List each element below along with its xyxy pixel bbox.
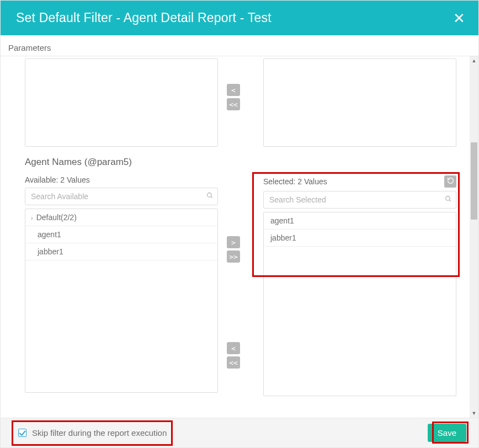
upper-move-all-left-button[interactable]: <<	[227, 98, 240, 110]
refresh-selected-button[interactable]	[444, 175, 456, 188]
move-right-button[interactable]: >	[227, 236, 240, 248]
selected-search-input[interactable]	[263, 191, 456, 209]
available-header: Available: 2 Values	[25, 175, 218, 184]
parameters-tab[interactable]: Parameters	[1, 35, 478, 56]
body-inner: < << Agent Names (@param5) Available: 2 …	[6, 56, 469, 418]
available-search	[25, 188, 218, 205]
upper-selected-list[interactable]	[263, 58, 456, 147]
save-button[interactable]: Save	[428, 424, 466, 442]
selected-item[interactable]: jabber1	[264, 230, 456, 247]
selected-search	[263, 191, 456, 209]
selected-item[interactable]: agent1	[264, 212, 456, 230]
skip-filter-checkbox[interactable]	[18, 429, 26, 437]
upper-available-list[interactable]	[25, 58, 218, 147]
parameters-label: Parameters	[8, 43, 51, 52]
modal-body: < << Agent Names (@param5) Available: 2 …	[1, 56, 478, 418]
available-list[interactable]: Default(2/2) agent1 jabber1	[25, 209, 218, 393]
move-all-left-button[interactable]: <<	[227, 356, 240, 369]
available-item[interactable]: agent1	[25, 226, 217, 243]
default-filter-modal: Set Default Filter - Agent Detail Report…	[0, 0, 479, 448]
move-left-button[interactable]: <	[227, 342, 240, 354]
selected-list[interactable]: agent1 jabber1	[263, 212, 456, 396]
scroll-up-icon: ▲	[470, 56, 478, 65]
skip-filter-option[interactable]: Skip filter during the report execution	[13, 425, 172, 441]
scroll-thumb[interactable]	[471, 142, 477, 220]
close-icon: ✕	[453, 10, 465, 26]
close-button[interactable]: ✕	[453, 11, 465, 25]
available-group-default[interactable]: Default(2/2)	[25, 209, 217, 226]
available-item[interactable]: jabber1	[25, 243, 217, 260]
upper-move-left-button[interactable]: <	[227, 84, 240, 96]
scroll-track	[470, 65, 478, 409]
skip-filter-label: Skip filter during the report execution	[32, 428, 167, 438]
modal-title: Set Default Filter - Agent Detail Report…	[16, 10, 272, 25]
selected-header: Selected: 2 Values	[263, 175, 456, 188]
move-all-right-button[interactable]: >>	[227, 250, 240, 263]
refresh-icon	[447, 177, 454, 186]
agent-names-section-title: Agent Names (@param5)	[25, 157, 469, 168]
selected-header-text: Selected: 2 Values	[263, 177, 327, 186]
modal-header: Set Default Filter - Agent Detail Report…	[1, 1, 478, 35]
available-header-text: Available: 2 Values	[25, 175, 90, 184]
modal-footer: Skip filter during the report execution …	[1, 418, 478, 447]
vertical-scrollbar[interactable]: ▲ ▼	[470, 56, 478, 418]
scroll-down-icon: ▼	[470, 409, 478, 418]
available-search-input[interactable]	[25, 188, 218, 205]
